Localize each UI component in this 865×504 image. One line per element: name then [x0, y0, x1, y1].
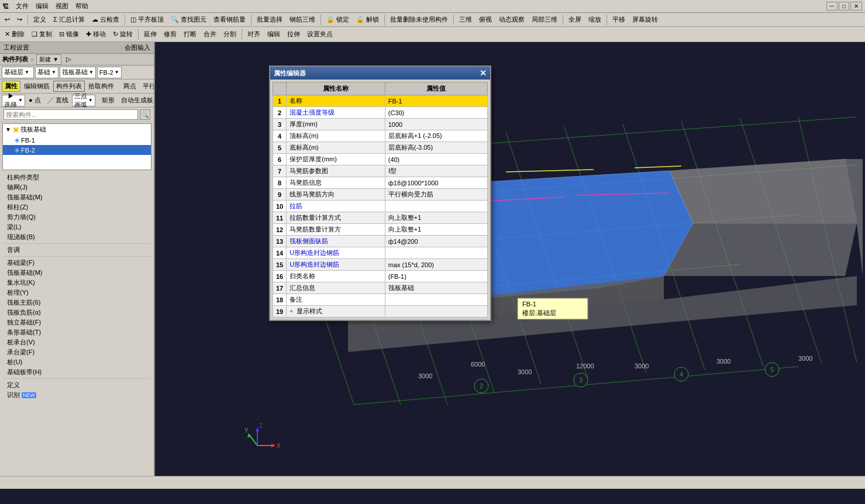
- prop-value-12[interactable]: 向上取整+1: [385, 224, 487, 236]
- search-input[interactable]: [4, 109, 138, 120]
- btn-edit-steel[interactable]: 编辑钢筋: [21, 81, 53, 92]
- prop-value-5[interactable]: 层底标高(-3.05): [385, 142, 487, 154]
- nav-item-raft-neg[interactable]: 筏板负筋(α): [0, 308, 154, 317]
- nav-item-beam[interactable]: 梁(L): [0, 222, 154, 232]
- menu-item-help[interactable]: 帮助: [72, 1, 92, 12]
- prop-value-17[interactable]: 筏板基础: [385, 282, 487, 294]
- btn-select[interactable]: ▶ 选择▼: [2, 95, 25, 106]
- btn-cloud-check[interactable]: ☁ 云检查: [89, 14, 122, 25]
- prop-value-7[interactable]: Ⅰ型: [385, 165, 487, 177]
- btn-batch-select[interactable]: 批量选择: [254, 14, 285, 25]
- nav-item-raft-steel[interactable]: 筏板主筋(6): [0, 298, 154, 308]
- btn-align[interactable]: 平移: [609, 14, 628, 25]
- btn-3d[interactable]: 三维: [456, 14, 475, 25]
- menu-item-file[interactable]: 文件: [12, 1, 32, 12]
- prop-value-16[interactable]: (FB-1): [385, 271, 487, 282]
- tree-root-expand[interactable]: ▼: [5, 126, 11, 133]
- btn-rect[interactable]: 矩形: [99, 95, 118, 106]
- prop-value-18[interactable]: [385, 294, 487, 306]
- btn-extend[interactable]: 延伸: [141, 29, 160, 40]
- btn-rotate-screen[interactable]: 屏幕旋转: [629, 14, 661, 25]
- toolbar-redo[interactable]: ↪: [14, 15, 25, 25]
- prop-value-9[interactable]: 平行横向受力筋: [385, 189, 487, 201]
- prop-value-3[interactable]: 1000: [385, 119, 487, 130]
- nav-item-found-band[interactable]: 基础板带(H): [0, 367, 154, 377]
- prop-value-4[interactable]: 层底标高+1 (-2.05): [385, 130, 487, 142]
- nav-item-cap-beam[interactable]: 承台梁(F): [0, 347, 154, 357]
- id-dropdown[interactable]: FB-2▼: [97, 67, 122, 78]
- prop-name-10[interactable]: 拉筋: [287, 201, 385, 212]
- prop-value-8[interactable]: ф18@1000*1000: [385, 177, 487, 189]
- nav-item-recognize[interactable]: 识别 NEW: [0, 390, 154, 400]
- nav-item-cap[interactable]: 桩承台(V): [0, 337, 154, 347]
- btn-dynamic[interactable]: 动态观察: [496, 14, 528, 25]
- prop-value-11[interactable]: 向上取整+1: [385, 212, 487, 224]
- btn-local-3d[interactable]: 局部三维: [529, 14, 560, 25]
- btn-align2[interactable]: 对齐: [244, 29, 263, 40]
- btn-two-point[interactable]: 两点: [120, 81, 139, 92]
- btn-break[interactable]: 打断: [181, 29, 199, 40]
- expand-icon[interactable]: ▷: [66, 56, 71, 63]
- component-list-tab[interactable]: 构件列表: [2, 55, 28, 64]
- btn-zoom[interactable]: 缩放: [585, 14, 604, 25]
- btn-setclamp[interactable]: 设置夹点: [304, 29, 336, 40]
- btn-split[interactable]: 分割: [220, 29, 239, 40]
- btn-edit[interactable]: 编辑: [264, 29, 283, 40]
- prop-value-1[interactable]: FB-1: [385, 95, 487, 107]
- btn-stretch[interactable]: 拉伸: [284, 29, 303, 40]
- nav-item-raft[interactable]: 筏板基础(M): [0, 192, 154, 202]
- btn-mirror[interactable]: ⊟ 镜像: [56, 29, 82, 40]
- btn-rotate[interactable]: ↻ 旋转: [110, 29, 136, 40]
- prop-value-6[interactable]: (40): [385, 154, 487, 165]
- btn-find-element[interactable]: 🔍 查找图元: [168, 14, 209, 25]
- tree-root[interactable]: ▼ ▣ 筏板基础: [3, 124, 151, 135]
- btn-fullscreen[interactable]: 全屏: [566, 14, 584, 25]
- prop-value-13[interactable]: ф14@200: [385, 236, 487, 247]
- btn-move[interactable]: ✚ 移动: [83, 29, 109, 40]
- btn-pick[interactable]: 拾取构件: [85, 81, 117, 92]
- btn-lock[interactable]: 🔒 锁定: [323, 14, 352, 25]
- prop-name-2[interactable]: 混凝土强度等级: [287, 107, 385, 119]
- btn-trim[interactable]: 修剪: [161, 29, 180, 40]
- btn-point[interactable]: ● 点: [26, 95, 44, 106]
- menu-item-view[interactable]: 视图: [52, 1, 72, 12]
- nav-item-found-beam[interactable]: 基础梁(F): [0, 258, 154, 268]
- window-minimize[interactable]: ─: [826, 2, 838, 11]
- btn-define[interactable]: 定义: [30, 14, 49, 25]
- menu-item-edit[interactable]: 编辑: [32, 1, 52, 12]
- prop-name-13[interactable]: 筏板侧面纵筋: [287, 236, 385, 247]
- nav-item-pile[interactable]: 桩埋(Y): [0, 288, 154, 298]
- btn-component-list[interactable]: 构件列表: [53, 81, 85, 92]
- toolbar-undo[interactable]: ↩: [2, 15, 13, 25]
- btn-unlock[interactable]: 🔓 解锁: [353, 14, 382, 25]
- btn-steel-3d[interactable]: 钢筋三维: [287, 14, 318, 25]
- prop-name-15[interactable]: U形构造封边钢筋: [287, 259, 385, 271]
- prop-value-19[interactable]: [385, 306, 487, 317]
- prop-value-15[interactable]: max (15*d, 200): [385, 259, 487, 271]
- prop-value-2[interactable]: (C30): [385, 107, 487, 119]
- btn-view-mode[interactable]: 俯视: [476, 14, 495, 25]
- nav-item-strip[interactable]: 条形基础(T): [0, 327, 154, 337]
- tree-child-fb1[interactable]: ◈ FB-1: [3, 135, 151, 145]
- dialog-close-button[interactable]: ✕: [480, 69, 487, 77]
- type-dropdown[interactable]: 基础▼: [35, 67, 58, 78]
- prop-value-14[interactable]: [385, 247, 487, 259]
- btn-line[interactable]: ╱ 直线: [44, 95, 71, 106]
- btn-parallel[interactable]: 平行: [140, 81, 154, 92]
- btn-batch-del[interactable]: 批量删除未使用构件: [387, 14, 451, 25]
- btn-auto-slab[interactable]: 自动生成板: [118, 95, 154, 106]
- prop-value-10[interactable]: [385, 201, 487, 212]
- nav-item-raft2[interactable]: 筏板基础(M): [0, 268, 154, 278]
- btn-steel-check[interactable]: 查看钢筋量: [211, 14, 249, 25]
- new-button[interactable]: 新建 ▼: [36, 54, 61, 65]
- btn-summary[interactable]: Σ 汇总计算: [50, 14, 88, 25]
- btn-level-view[interactable]: ◫ 平齐板顶: [127, 14, 167, 25]
- nav-item-axis[interactable]: 轴网(J): [0, 182, 154, 192]
- btn-merge[interactable]: 合并: [201, 29, 219, 40]
- nav-item-sound[interactable]: 音调: [0, 245, 154, 255]
- btn-delete[interactable]: ✕ 删除: [2, 29, 27, 40]
- nav-item-define[interactable]: 定义: [0, 380, 154, 390]
- window-maximize[interactable]: □: [839, 2, 849, 11]
- btn-property[interactable]: 属性: [2, 81, 20, 92]
- nav-item-col[interactable]: 框柱(Z): [0, 202, 154, 212]
